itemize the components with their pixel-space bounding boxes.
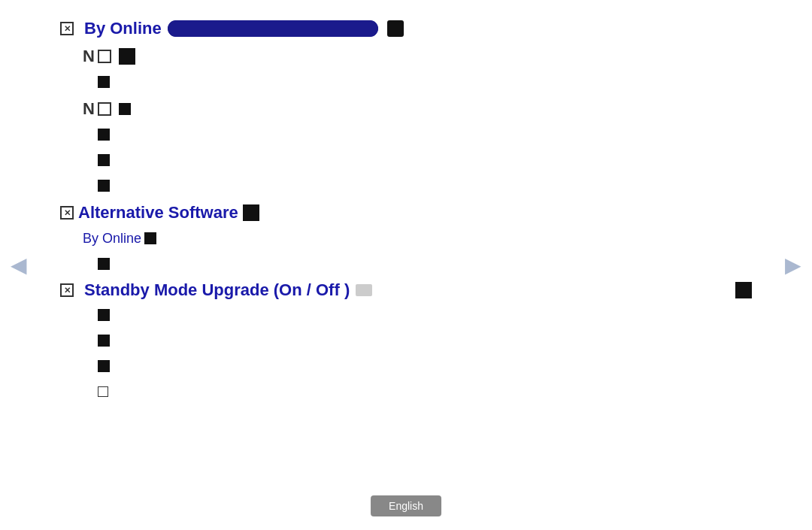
nav-arrow-left[interactable]: ◀ xyxy=(8,250,30,280)
block-online2 xyxy=(144,232,156,244)
n-row-1-sub xyxy=(98,71,752,92)
alternative-software-label[interactable]: Alternative Software xyxy=(78,203,238,223)
block-standby-sub3 xyxy=(98,360,110,372)
chevron-right-icon: ▶ xyxy=(785,253,801,277)
n-row-2-sub1 xyxy=(98,124,752,145)
n-row-2: N xyxy=(83,98,752,120)
checkbox-standby-sub[interactable] xyxy=(98,386,108,397)
checkbox-n2[interactable] xyxy=(98,102,111,116)
progress-bar xyxy=(168,20,378,37)
block-n2-sub3 xyxy=(98,180,110,192)
by-online-row-2: By Online xyxy=(83,228,752,249)
standby-sub4 xyxy=(98,381,752,402)
standby-sub1 xyxy=(98,304,752,326)
standby-label[interactable]: Standby Mode Upgrade (On / Off ) xyxy=(84,280,350,300)
n-label-2: N xyxy=(83,99,95,119)
by-online-row: By Online xyxy=(60,19,752,38)
standby-icon xyxy=(356,284,372,296)
block-n2-sub2 xyxy=(98,154,110,166)
standby-sub2 xyxy=(98,330,752,351)
content-area: By Online N N xyxy=(45,0,767,418)
block-online2-sub xyxy=(98,258,110,270)
standby-row: Standby Mode Upgrade (On / Off ) xyxy=(60,280,752,300)
block-standby-sub1 xyxy=(98,309,110,321)
block-n1-sub xyxy=(98,76,110,88)
alternative-software-row: Alternative Software xyxy=(60,202,752,223)
nav-arrow-right[interactable]: ▶ xyxy=(782,250,804,280)
block-n1 xyxy=(119,48,135,65)
language-button[interactable]: English xyxy=(371,495,441,516)
block-standby-right xyxy=(735,282,752,298)
n-label-1: N xyxy=(83,47,95,66)
n-row-2-sub2 xyxy=(98,150,752,171)
checkbox-alternative[interactable] xyxy=(60,206,74,220)
checkbox-standby[interactable] xyxy=(60,283,74,297)
block-alt xyxy=(243,204,259,221)
by-online-label[interactable]: By Online xyxy=(84,19,162,38)
checkbox-by-online[interactable] xyxy=(60,22,74,35)
main-content: ◀ ▶ By Online N N xyxy=(0,0,812,530)
standby-sub3 xyxy=(98,356,752,377)
checkbox-n1[interactable] xyxy=(98,50,111,63)
block-standby-sub2 xyxy=(98,335,110,347)
block-n2 xyxy=(119,103,131,115)
chevron-left-icon: ◀ xyxy=(11,253,27,277)
n-row-1: N xyxy=(83,46,752,67)
by-online-sub xyxy=(98,253,752,274)
block-n2-sub1 xyxy=(98,129,110,141)
n-row-2-sub3 xyxy=(98,175,752,196)
progress-bar-fill xyxy=(168,20,378,37)
progress-bar-end xyxy=(387,20,404,37)
by-online-label-2[interactable]: By Online xyxy=(83,231,141,247)
